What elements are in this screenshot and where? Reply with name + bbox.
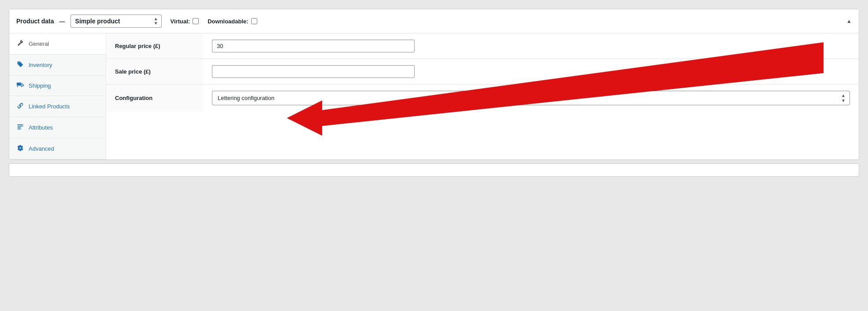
downloadable-checkbox-group: Downloadable: — [208, 18, 257, 25]
tag-icon — [16, 61, 24, 69]
regular-price-input-cell — [203, 33, 859, 59]
title-dash: — — [59, 18, 65, 25]
downloadable-label: Downloadable: — [208, 18, 248, 25]
product-type-select[interactable]: Simple product Grouped product External/… — [70, 15, 162, 28]
sale-price-row: Sale price (£) — [106, 59, 859, 85]
product-data-panel: Product data — Simple product Grouped pr… — [9, 9, 859, 160]
configuration-row: Configuration Lettering configuration ▲▼ — [106, 85, 859, 112]
configuration-input-cell: Lettering configuration ▲▼ — [203, 85, 859, 112]
header-checkboxes: Virtual: Downloadable: — [171, 18, 257, 25]
panel-body-wrapper: General Inventory — [9, 33, 859, 159]
panel-body: General Inventory — [9, 33, 859, 159]
downloadable-checkbox[interactable] — [251, 18, 257, 24]
collapse-toggle[interactable]: ▲ — [846, 18, 852, 24]
bottom-panel — [9, 163, 859, 177]
fields-table: Regular price (£) Sale price (£) Configu… — [106, 33, 859, 111]
svg-rect-1 — [18, 126, 23, 127]
sidebar-item-linked-products[interactable]: Linked Products — [9, 96, 106, 117]
inventory-label: Inventory — [29, 62, 52, 68]
regular-price-row: Regular price (£) — [106, 33, 859, 59]
panel-header: Product data — Simple product Grouped pr… — [9, 9, 859, 33]
regular-price-input[interactable] — [212, 40, 415, 52]
sidebar-item-shipping[interactable]: Shipping — [9, 76, 106, 96]
attributes-label: Attributes — [29, 124, 53, 131]
regular-price-label: Regular price (£) — [106, 33, 203, 59]
configuration-select-wrapper[interactable]: Lettering configuration ▲▼ — [212, 91, 850, 105]
sale-price-input[interactable] — [212, 65, 415, 78]
general-label: General — [29, 41, 49, 47]
virtual-label: Virtual: — [171, 18, 190, 25]
sidebar-item-inventory[interactable]: Inventory — [9, 55, 106, 76]
sidebar-item-attributes[interactable]: Attributes — [9, 117, 106, 138]
link-icon — [16, 102, 24, 111]
configuration-select[interactable]: Lettering configuration — [212, 91, 850, 105]
sale-price-input-cell — [203, 59, 859, 85]
sale-price-label: Sale price (£) — [106, 59, 203, 85]
gear-icon — [16, 144, 24, 153]
virtual-checkbox-group: Virtual: — [171, 18, 199, 25]
sidebar: General Inventory — [9, 33, 106, 159]
wrench-icon — [16, 40, 24, 48]
linked-products-label: Linked Products — [29, 103, 70, 110]
sidebar-item-advanced[interactable]: Advanced — [9, 138, 106, 159]
shipping-label: Shipping — [29, 82, 51, 89]
panel-title: Product data — [16, 18, 54, 25]
main-content: Regular price (£) Sale price (£) Configu… — [106, 33, 859, 159]
configuration-label: Configuration — [106, 85, 203, 112]
svg-rect-0 — [18, 124, 23, 125]
svg-rect-2 — [18, 127, 21, 128]
svg-rect-3 — [18, 129, 21, 130]
product-type-wrapper[interactable]: Simple product Grouped product External/… — [70, 15, 162, 28]
virtual-checkbox[interactable] — [193, 18, 199, 24]
sidebar-item-general[interactable]: General — [9, 33, 106, 55]
advanced-label: Advanced — [29, 145, 54, 152]
truck-icon — [16, 82, 24, 89]
attributes-icon — [16, 123, 24, 132]
